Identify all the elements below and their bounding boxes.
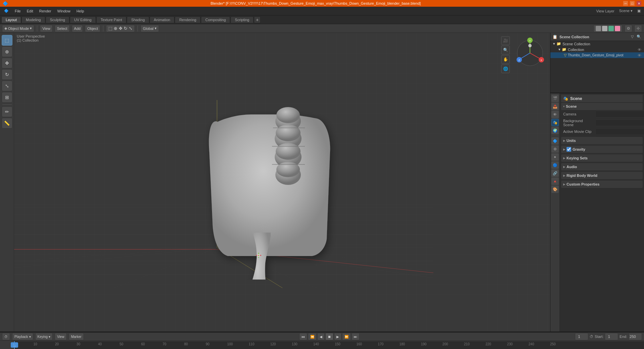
orbit-btn[interactable]: 🌐 bbox=[501, 64, 510, 73]
render-menu[interactable]: Render bbox=[37, 8, 54, 14]
select-box-icon: ⬚ bbox=[108, 26, 112, 31]
tab-compositing[interactable]: Compositing bbox=[201, 16, 230, 23]
frame-number: 120 bbox=[270, 342, 276, 346]
play-reverse-btn[interactable]: ◀ bbox=[317, 333, 325, 340]
transform-icons[interactable]: ⬚ ⊕ ✥ ↻ ⤡ bbox=[106, 25, 135, 32]
timeline-track[interactable]: 1102030405060708090100110120130140150160… bbox=[14, 341, 644, 349]
current-frame[interactable] bbox=[575, 333, 588, 340]
viewport-3d[interactable]: User Perspective (1) Collection bbox=[14, 33, 550, 332]
rigid-body-header[interactable]: ▶ Rigid Body World bbox=[561, 172, 643, 179]
select-menu[interactable]: Select bbox=[55, 25, 70, 32]
blender-menu[interactable]: 🔷 bbox=[1, 8, 11, 14]
edit-menu[interactable]: Edit bbox=[24, 8, 36, 14]
tool-cursor[interactable]: ⊕ bbox=[2, 46, 12, 57]
movie-input[interactable] bbox=[595, 128, 644, 135]
view-menu[interactable]: View bbox=[40, 25, 53, 32]
scene-selector[interactable]: Scene ▾ bbox=[617, 9, 635, 13]
modifiers-icon[interactable]: ⚙ bbox=[551, 145, 559, 153]
physics-icon[interactable]: 🔵 bbox=[551, 161, 559, 169]
close-button[interactable]: ✕ bbox=[637, 1, 641, 6]
jump-start-btn[interactable]: ⏮ bbox=[299, 333, 307, 340]
outliner-emoji-object[interactable]: ▽ Thumbs_Down_Gesture_Emoji_pivot 👁 bbox=[550, 52, 644, 58]
next-keyframe-btn[interactable]: ⏩ bbox=[342, 333, 351, 340]
view-layer-icon[interactable]: 👁 bbox=[551, 111, 559, 118]
tab-rendering[interactable]: Rendering bbox=[175, 16, 201, 23]
custom-props-header[interactable]: ▶ Custom Properties bbox=[561, 181, 643, 188]
jump-end-btn[interactable]: ⏭ bbox=[352, 333, 360, 340]
file-menu[interactable]: File bbox=[12, 8, 23, 14]
overlay-btn[interactable]: ⊙ bbox=[625, 25, 632, 32]
visibility-icon[interactable]: 👁 bbox=[638, 53, 641, 57]
section-label: Audio bbox=[567, 165, 577, 169]
output-props-icon[interactable]: 📤 bbox=[551, 103, 559, 110]
keying-menu[interactable]: Keying ▾ bbox=[35, 333, 53, 340]
play-btn[interactable]: ▶ bbox=[334, 333, 341, 340]
outliner-scene-collection[interactable]: ▾ 📁 Scene Collection bbox=[550, 41, 644, 47]
search-icon[interactable]: 🔍 bbox=[636, 34, 642, 40]
object-props-icon[interactable]: 🔷 bbox=[551, 137, 559, 145]
gizmo-btn[interactable]: ⊹ bbox=[634, 25, 642, 32]
timeline-header: ⏱ Playback ▾ Keying ▾ View Marker ⏮ ⏪ ◀ … bbox=[0, 332, 644, 341]
maximize-button[interactable]: □ bbox=[630, 1, 635, 6]
gravity-checkbox[interactable] bbox=[567, 147, 571, 152]
data-icon[interactable]: 🔺 bbox=[551, 178, 559, 185]
object-menu[interactable]: Object bbox=[85, 25, 100, 32]
camera-input[interactable] bbox=[595, 111, 644, 117]
keying-sets-header[interactable]: ▶ Keying Sets bbox=[561, 154, 643, 162]
outliner-collection[interactable]: ▾ 📁 Collection 👁 bbox=[550, 47, 644, 52]
stop-btn[interactable]: ⏹ bbox=[325, 333, 333, 340]
tool-rotate[interactable]: ↻ bbox=[2, 69, 12, 80]
end-frame[interactable] bbox=[629, 333, 642, 340]
navigation-gizmo[interactable]: Y X Z bbox=[513, 36, 547, 70]
add-workspace-button[interactable]: + bbox=[254, 16, 261, 23]
visibility-icon[interactable]: 👁 bbox=[638, 48, 641, 52]
collapse-icon: ▾ bbox=[553, 42, 555, 46]
transform-space[interactable]: Global ▾ bbox=[141, 25, 159, 32]
scene-props-icon[interactable]: 🎭 bbox=[551, 119, 559, 126]
object-mode-selector[interactable]: ◈ Object Mode ▾ bbox=[2, 25, 34, 32]
help-menu[interactable]: Help bbox=[74, 8, 87, 14]
viewport-shading[interactable] bbox=[593, 25, 623, 32]
render-props-icon[interactable]: 🎬 bbox=[551, 95, 559, 102]
particles-icon[interactable]: ✦ bbox=[551, 153, 559, 161]
material-icon[interactable]: 🎨 bbox=[551, 186, 559, 193]
svg-point-25 bbox=[276, 143, 301, 160]
tool-transform[interactable]: ⊞ bbox=[2, 92, 12, 103]
tab-sculpting[interactable]: Sculpting bbox=[46, 16, 69, 23]
tool-select[interactable]: ⬚ bbox=[2, 35, 12, 46]
gravity-header[interactable]: ▶ Gravity bbox=[561, 146, 643, 153]
tool-measure[interactable]: 📏 bbox=[2, 118, 12, 129]
tab-scripting[interactable]: Scripting bbox=[230, 16, 254, 23]
camera-btn[interactable]: 🎥 bbox=[501, 36, 510, 45]
mode-label: Object Mode bbox=[8, 27, 29, 31]
prev-keyframe-btn[interactable]: ⏪ bbox=[308, 333, 317, 340]
tab-layout[interactable]: Layout bbox=[1, 16, 21, 23]
viewport-controls: 🎥 🔍 ✋ 🌐 bbox=[501, 36, 510, 73]
marker-menu[interactable]: Marker bbox=[69, 333, 84, 340]
tab-shading[interactable]: Shading bbox=[127, 16, 149, 23]
audio-header[interactable]: ▶ Audio bbox=[561, 163, 643, 170]
engine-selector[interactable]: ▣ bbox=[635, 9, 643, 13]
view-menu[interactable]: View bbox=[55, 333, 67, 340]
units-header[interactable]: ▶ Units bbox=[561, 137, 643, 144]
timeline-ruler[interactable]: 1102030405060708090100110120130140150160… bbox=[0, 341, 644, 349]
tab-uv-editing[interactable]: UV Editing bbox=[70, 16, 96, 23]
playback-menu[interactable]: Playback ▾ bbox=[12, 333, 33, 340]
tool-move[interactable]: ✥ bbox=[2, 58, 12, 68]
window-menu[interactable]: Window bbox=[55, 8, 73, 14]
start-frame[interactable] bbox=[605, 333, 618, 340]
tool-annotate[interactable]: ✏ bbox=[2, 106, 12, 117]
tool-scale[interactable]: ⤡ bbox=[2, 81, 12, 91]
scene-header[interactable]: ▾ Scene bbox=[561, 103, 643, 110]
pan-btn[interactable]: ✋ bbox=[501, 55, 510, 64]
add-menu[interactable]: Add bbox=[72, 25, 83, 32]
bg-scene-input[interactable] bbox=[595, 119, 644, 126]
tab-texture-paint[interactable]: Texture Paint bbox=[96, 16, 126, 23]
constraints-icon[interactable]: 🔗 bbox=[551, 169, 559, 177]
zoom-btn[interactable]: 🔍 bbox=[501, 46, 510, 54]
minimize-button[interactable]: ─ bbox=[623, 1, 628, 6]
tab-modeling[interactable]: Modeling bbox=[21, 16, 45, 23]
world-props-icon[interactable]: 🌍 bbox=[551, 127, 559, 134]
filter-icon[interactable]: ▽ bbox=[629, 34, 635, 40]
tab-animation[interactable]: Animation bbox=[150, 16, 175, 23]
